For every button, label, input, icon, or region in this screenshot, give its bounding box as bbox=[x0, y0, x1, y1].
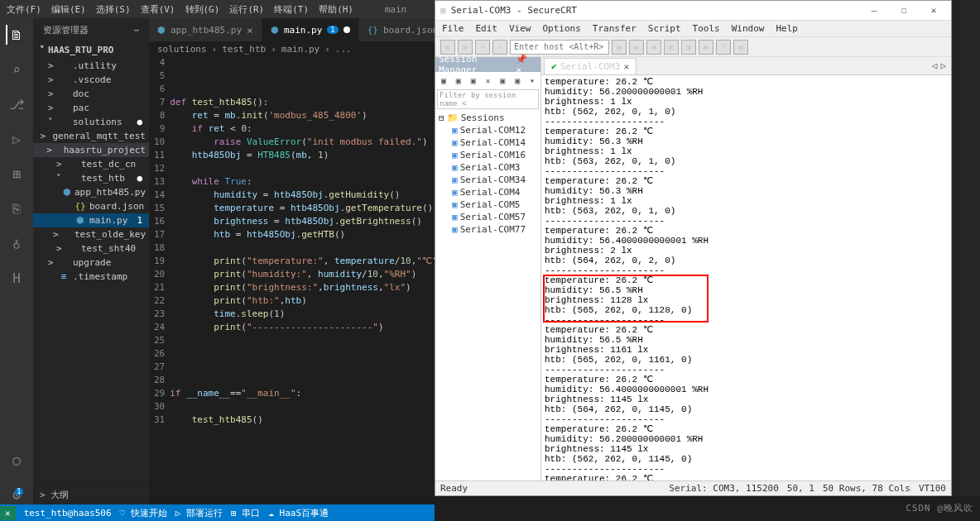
menu-item[interactable]: 帮助(H) bbox=[319, 3, 353, 16]
tree-item[interactable]: ˅test_htb● bbox=[33, 171, 149, 185]
tree-item[interactable]: ˅solutions● bbox=[33, 115, 149, 129]
terminal-tab[interactable]: ✔Serial-COM3✕ bbox=[544, 58, 637, 74]
tree-item[interactable]: >upgrade bbox=[33, 256, 149, 270]
tb-icon[interactable]: ▣ bbox=[440, 40, 455, 55]
editor-area: ⬢app_htb485.py×⬢main.py1{}board.json× so… bbox=[149, 18, 435, 504]
session-item[interactable]: ▣Serial-COM57 bbox=[437, 211, 539, 223]
scm-icon[interactable]: ⎇ bbox=[7, 94, 26, 114]
outline-section[interactable]: > 大纲 bbox=[33, 485, 149, 504]
extensions-icon[interactable]: ⊞ bbox=[7, 164, 26, 184]
terminal-output[interactable]: temperature: 26.2 ℃ humidity: 56.2000000… bbox=[541, 75, 951, 480]
session-item[interactable]: ▣Serial-COM12 bbox=[437, 124, 539, 136]
menu-item[interactable]: Script bbox=[648, 23, 681, 34]
session-toolbar[interactable]: ▣▣▣✕▣▣▾ bbox=[435, 72, 540, 88]
search-icon[interactable]: ⌕ bbox=[7, 60, 26, 79]
tree-item[interactable]: {}board.json bbox=[33, 199, 149, 213]
tree-item[interactable]: >haasrtu_project bbox=[33, 143, 149, 157]
session-item[interactable]: ▣Serial-COM34 bbox=[437, 174, 539, 186]
securecrt-titlebar[interactable]: ▣ Serial-COM3 - SecureCRT — ☐ ✕ bbox=[435, 1, 951, 21]
securecrt-menubar[interactable]: FileEditViewOptionsTransferScriptToolsWi… bbox=[435, 21, 951, 37]
explorer-icon[interactable]: 🗎 bbox=[6, 25, 26, 45]
maximize-button[interactable]: ☐ bbox=[891, 2, 916, 19]
session-item[interactable]: ▣Serial-COM16 bbox=[437, 149, 539, 161]
session-filter[interactable]: Filter by session name < bbox=[437, 89, 539, 109]
menu-item[interactable]: 选择(S) bbox=[96, 3, 131, 16]
right-strip bbox=[952, 0, 980, 496]
session-item[interactable]: ▣Serial-COM4 bbox=[437, 186, 539, 198]
status-bar[interactable]: ✕test_htb@haas506♡ 快速开始▷ 部署运行⊞ 串口☁ HaaS百… bbox=[0, 504, 435, 521]
tb-icon[interactable]: ▣ bbox=[458, 40, 473, 55]
session-item[interactable]: ▣Serial-COM3 bbox=[437, 161, 539, 174]
securecrt-window: ▣ Serial-COM3 - SecureCRT — ☐ ✕ FileEdit… bbox=[435, 0, 952, 496]
activity-bar[interactable]: 🗎 ⌕ ⎇ ▷ ⊞ ⎘ ♁ H ◯ ⚙1 bbox=[0, 18, 33, 504]
sidebar: 资源管理器⋯ ˅HAAS_RTU_PRO >.utility>.vscode>d… bbox=[33, 18, 149, 504]
next-tab-icon[interactable]: ▷ bbox=[940, 60, 946, 71]
watermark: CSDN @晚风吹 bbox=[906, 502, 973, 514]
remote-icon[interactable]: ⎘ bbox=[7, 198, 26, 218]
tb-icon[interactable]: ✕ bbox=[492, 40, 507, 55]
menu-item[interactable]: Tools bbox=[693, 23, 720, 34]
securecrt-statusbar: Ready Serial: COM3, 11520050, 150 Rows, … bbox=[435, 480, 951, 495]
tb-icon[interactable]: ▣ bbox=[612, 40, 627, 55]
session-item[interactable]: ▣Serial-COM77 bbox=[437, 223, 539, 236]
menu-item[interactable]: 编辑(E) bbox=[51, 3, 86, 16]
tree-item[interactable]: >pac bbox=[33, 101, 149, 115]
vscode-menubar[interactable]: 文件(F)编辑(E)选择(S)查看(V)转到(G)运行(R)终端(T)帮助(H)… bbox=[0, 0, 435, 18]
tree-item[interactable]: ⬢app_htb485.py bbox=[33, 185, 149, 199]
editor-tabs[interactable]: ⬢app_htb485.py×⬢main.py1{}board.json× bbox=[149, 18, 435, 41]
close-button[interactable]: ✕ bbox=[921, 2, 946, 19]
breadcrumbs[interactable]: solutions › test_htb › main.py › ... bbox=[149, 41, 435, 56]
terminal-tabs[interactable]: ✔Serial-COM3✕ ◁▷ bbox=[541, 57, 951, 75]
tree-item[interactable]: ⬢main.py1 bbox=[33, 213, 149, 227]
menu-item[interactable]: 文件(F) bbox=[7, 3, 41, 16]
window-title: Serial-COM3 - SecureCRT bbox=[451, 5, 857, 16]
status-ready: Ready bbox=[440, 483, 468, 494]
code-editor[interactable]: 4567891011121314151617181920212223242526… bbox=[149, 56, 435, 504]
project-root[interactable]: ˅HAAS_RTU_PRO bbox=[33, 41, 149, 59]
haas-icon[interactable]: H bbox=[7, 268, 26, 288]
menu-item[interactable]: Help bbox=[776, 23, 798, 34]
editor-tab[interactable]: ⬢app_htb485.py× bbox=[149, 18, 262, 41]
tb-icon[interactable]: ⎘ bbox=[475, 40, 490, 55]
tree-item[interactable]: >.vscode bbox=[33, 73, 149, 87]
tree-item[interactable]: >general_mqtt_test bbox=[33, 129, 149, 143]
vscode-window: 文件(F)编辑(E)选择(S)查看(V)转到(G)运行(R)终端(T)帮助(H)… bbox=[0, 0, 435, 521]
editor-tab[interactable]: ⬢main.py1 bbox=[262, 18, 359, 41]
tree-item[interactable]: >test_sht40 bbox=[33, 241, 149, 256]
menu-item[interactable]: View bbox=[509, 23, 531, 34]
menu-item[interactable]: Options bbox=[543, 23, 581, 34]
tree-item[interactable]: ≡.timestamp bbox=[33, 270, 149, 284]
settings-icon[interactable]: ⚙1 bbox=[7, 485, 26, 504]
tree-item[interactable]: >.utility bbox=[33, 59, 149, 73]
menu-item[interactable]: 转到(G) bbox=[185, 3, 220, 16]
menu-item[interactable]: Transfer bbox=[593, 23, 637, 34]
file-tree[interactable]: >.utility>.vscode>doc>pac˅solutions●>gen… bbox=[33, 59, 149, 485]
run-icon[interactable]: ▷ bbox=[7, 129, 26, 149]
minimize-button[interactable]: — bbox=[862, 2, 886, 19]
menu-item[interactable]: 查看(V) bbox=[141, 3, 175, 16]
account-icon[interactable]: ◯ bbox=[7, 450, 26, 470]
tree-item[interactable]: >doc bbox=[33, 87, 149, 101]
tree-item[interactable]: >test_olde_key bbox=[33, 227, 149, 241]
menu-item[interactable]: 终端(T) bbox=[274, 3, 309, 16]
prev-tab-icon[interactable]: ◁ bbox=[932, 60, 938, 71]
session-manager-panel: Session Manager📌 ✕ ▣▣▣✕▣▣▾ Filter by ses… bbox=[435, 57, 541, 480]
menu-item[interactable]: File bbox=[442, 23, 464, 34]
tree-item[interactable]: >test_dc_cn bbox=[33, 157, 149, 171]
close-icon[interactable]: ✕ bbox=[623, 61, 629, 72]
menu-item[interactable]: 运行(R) bbox=[229, 3, 264, 16]
host-input[interactable] bbox=[510, 40, 609, 55]
session-item[interactable]: ▣Serial-COM14 bbox=[437, 136, 539, 149]
app-icon: ▣ bbox=[440, 5, 446, 16]
test-icon[interactable]: ♁ bbox=[7, 233, 26, 253]
session-tree[interactable]: ⊟📁Sessions ▣Serial-COM12▣Serial-COM14▣Se… bbox=[435, 110, 540, 480]
menu-item[interactable]: Window bbox=[732, 23, 765, 34]
check-icon: ✔ bbox=[551, 61, 557, 72]
sidebar-header: 资源管理器 bbox=[43, 24, 89, 36]
session-item[interactable]: ▣Serial-COM5 bbox=[437, 198, 539, 211]
menu-item[interactable]: Edit bbox=[476, 23, 498, 34]
terminal-panel: ✔Serial-COM3✕ ◁▷ temperature: 26.2 ℃ hum… bbox=[541, 57, 951, 480]
